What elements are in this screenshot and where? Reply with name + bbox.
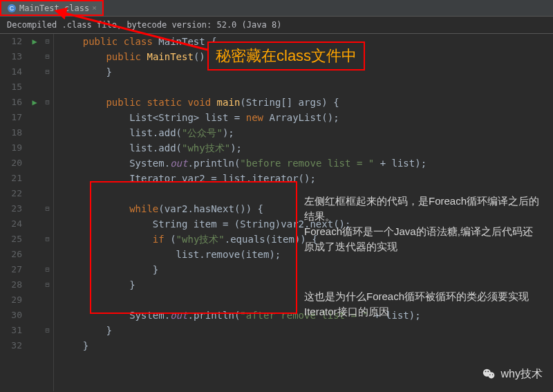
wechat-icon [482, 366, 497, 382]
line-number: 30 [0, 308, 22, 323]
svg-text:C: C [10, 5, 15, 12]
fold-icon[interactable]: ⊟ [41, 323, 53, 338]
svg-point-6 [485, 371, 486, 372]
line-number: 16 [0, 95, 22, 110]
callout-box: 秘密藏在class文件中 [207, 41, 365, 71]
annotation-text-1: 左侧红框框起来的代码，是Foreach循环编译之后的结果。Foreach循环是一… [304, 194, 543, 254]
code-line[interactable] [59, 80, 553, 95]
run-icon[interactable]: ▶ [28, 34, 41, 49]
watermark: why技术 [482, 366, 543, 382]
line-number: 23 [0, 201, 22, 216]
fold-icon[interactable]: ⊟ [41, 277, 53, 292]
svg-point-9 [491, 374, 492, 375]
line-number: 12 [0, 34, 22, 49]
svg-point-8 [489, 374, 490, 375]
fold-icon[interactable]: ⊟ [41, 232, 53, 247]
line-number: 31 [0, 323, 22, 338]
line-number: 14 [0, 64, 22, 80]
run-gutter: ▶ ▶ [28, 34, 41, 391]
code-line[interactable]: List<String> list = new ArrayList(); [59, 110, 553, 125]
fold-icon[interactable]: ⊟ [41, 262, 53, 277]
code-line[interactable]: Iterator var2 = list.iterator(); [59, 171, 553, 186]
line-number: 20 [0, 156, 22, 171]
tab-close-icon[interactable]: × [92, 3, 97, 12]
line-number: 26 [0, 247, 22, 262]
svg-point-7 [487, 371, 489, 372]
line-number: 32 [0, 338, 22, 353]
line-number: 19 [0, 140, 22, 156]
fold-icon[interactable]: ⊟ [41, 64, 53, 80]
line-number: 24 [0, 216, 22, 232]
line-number: 28 [0, 277, 22, 292]
line-number: 15 [0, 80, 22, 95]
line-number-gutter: 1213141516171819202122232425262728293031… [0, 34, 28, 391]
svg-point-5 [488, 372, 494, 378]
code-line[interactable]: list.add("why技术"); [59, 140, 553, 156]
fold-icon[interactable]: ⊟ [41, 95, 53, 110]
line-number: 18 [0, 125, 22, 140]
code-line[interactable]: } [59, 323, 553, 338]
line-number: 22 [0, 186, 22, 201]
fold-icon[interactable]: ⊟ [41, 201, 53, 216]
decompile-info-bar: Decompiled .class file, bytecode version… [0, 17, 553, 34]
line-number: 17 [0, 110, 22, 125]
fold-gutter: ⊟ ⊟ ⊟ ⊟ ⊟ ⊟ ⊟ ⊟ ⊟ [41, 34, 54, 391]
file-tab[interactable]: C MainTest.class × [0, 0, 104, 16]
tab-label: MainTest.class [19, 3, 89, 13]
code-line[interactable]: } [59, 338, 553, 353]
line-number: 25 [0, 232, 22, 247]
watermark-text: why技术 [501, 367, 543, 382]
line-number: 29 [0, 292, 22, 308]
fold-icon[interactable]: ⊟ [41, 34, 53, 49]
code-line[interactable]: public static void main(String[] args) { [59, 95, 553, 110]
line-number: 27 [0, 262, 22, 277]
fold-icon[interactable]: ⊟ [41, 49, 53, 64]
code-line[interactable]: list.add("公众号"); [59, 125, 553, 140]
line-number: 21 [0, 171, 22, 186]
run-icon[interactable]: ▶ [28, 95, 41, 110]
annotation-text-2: 这也是为什么Foreach循环被循环的类必须要实现Iterator接口的原因 [304, 289, 543, 319]
code-line[interactable]: } [59, 262, 553, 277]
class-file-icon: C [7, 3, 17, 13]
code-line[interactable]: System.out.println("before remove list =… [59, 156, 553, 171]
line-number: 13 [0, 49, 22, 64]
tab-bar: C MainTest.class × [0, 0, 553, 17]
